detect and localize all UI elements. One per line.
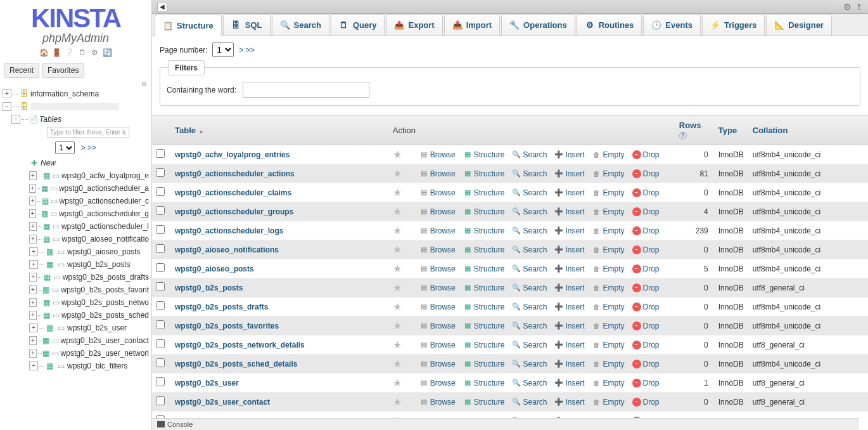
- row-checkbox[interactable]: [156, 396, 165, 405]
- search-action[interactable]: 🔍Search: [512, 398, 547, 407]
- search-action[interactable]: 🔍Search: [512, 150, 547, 159]
- row-checkbox[interactable]: [156, 225, 165, 234]
- table-action-icon[interactable]: ▦: [44, 361, 54, 371]
- tree-new[interactable]: ✚ New: [3, 157, 149, 169]
- recent-button[interactable]: Recent: [4, 63, 39, 78]
- browse-action[interactable]: ▤Browse: [419, 207, 456, 216]
- header-collation[interactable]: Collation: [749, 115, 868, 145]
- favorite-icon[interactable]: ★: [393, 339, 405, 351]
- table-name-link[interactable]: wpstg0_b2s_user: [175, 379, 239, 388]
- row-checkbox[interactable]: [156, 320, 165, 329]
- insert-action[interactable]: ➕Insert: [554, 398, 584, 407]
- search-action[interactable]: 🔍Search: [512, 226, 547, 235]
- favorite-icon[interactable]: ★: [393, 320, 405, 332]
- empty-action[interactable]: 🗑Empty: [592, 341, 625, 349]
- docs-icon[interactable]: ❔: [65, 48, 75, 58]
- empty-action[interactable]: 🗑Empty: [592, 150, 625, 159]
- tree-page-select[interactable]: 1: [55, 141, 75, 154]
- drop-action[interactable]: −Drop: [632, 341, 660, 349]
- sql-icon[interactable]: 🗒: [77, 48, 87, 58]
- search-action[interactable]: 🔍Search: [512, 379, 547, 388]
- drop-action[interactable]: −Drop: [632, 226, 660, 235]
- settings-icon[interactable]: ⚙: [90, 48, 100, 58]
- drop-action[interactable]: −Drop: [632, 245, 660, 254]
- favorites-button[interactable]: Favorites: [42, 63, 84, 78]
- table-name-link[interactable]: wpstg0_b2s_posts_favorites: [175, 322, 279, 330]
- help-icon[interactable]: ?: [679, 132, 687, 140]
- drop-action[interactable]: −Drop: [632, 264, 660, 273]
- insert-action[interactable]: ➕Insert: [554, 150, 584, 159]
- table-action-icon[interactable]: ▦: [44, 323, 54, 333]
- structure-action[interactable]: ▦Structure: [463, 207, 505, 216]
- tree-filter-input[interactable]: [47, 127, 129, 138]
- search-action[interactable]: 🔍Search: [512, 322, 547, 330]
- browse-action[interactable]: ▤Browse: [419, 264, 456, 273]
- favorite-icon[interactable]: ★: [393, 148, 405, 160]
- empty-action[interactable]: 🗑Empty: [592, 379, 625, 388]
- tree-table-item[interactable]: +▦▭wpstg0_actionscheduler_l: [3, 220, 149, 233]
- empty-action[interactable]: 🗑Empty: [592, 283, 625, 292]
- row-checkbox[interactable]: [156, 168, 165, 177]
- row-checkbox[interactable]: [156, 187, 165, 196]
- tree-tables-group[interactable]: − 📄 Tables: [3, 113, 149, 126]
- tree-table-item[interactable]: +▦▭wpstg0_aioseo_posts: [3, 245, 149, 258]
- tree-table-item[interactable]: +▦▭wpstg0_b2s_posts_sched: [3, 309, 149, 322]
- tree-table-item[interactable]: +▦▭wpstg0_actionscheduler_c: [3, 195, 149, 207]
- expand-icon[interactable]: +: [29, 336, 37, 345]
- drop-action[interactable]: −Drop: [632, 379, 660, 388]
- empty-action[interactable]: 🗑Empty: [592, 207, 625, 216]
- search-action[interactable]: 🔍Search: [512, 207, 547, 216]
- browse-action[interactable]: ▤Browse: [419, 169, 456, 178]
- drop-action[interactable]: −Drop: [632, 188, 660, 197]
- favorite-icon[interactable]: ★: [393, 205, 405, 218]
- empty-action[interactable]: 🗑Empty: [592, 226, 625, 235]
- tree-table-item[interactable]: +▦▭wpstg0_acfw_loyalprog_e: [3, 169, 149, 182]
- structure-action[interactable]: ▦Structure: [463, 188, 505, 197]
- browse-action[interactable]: ▤Browse: [419, 341, 456, 349]
- expand-icon[interactable]: +: [29, 197, 36, 205]
- favorite-icon[interactable]: ★: [393, 244, 405, 256]
- tree-table-item[interactable]: +▦▭wpstg0_aioseo_notificatio: [3, 233, 149, 245]
- browse-action[interactable]: ▤Browse: [419, 245, 456, 254]
- search-action[interactable]: 🔍Search: [512, 303, 547, 311]
- insert-action[interactable]: ➕Insert: [554, 226, 584, 235]
- table-action-icon[interactable]: ▦: [42, 297, 51, 308]
- table-action-icon[interactable]: ▦: [44, 259, 54, 270]
- search-action[interactable]: 🔍Search: [512, 264, 547, 273]
- table-action-icon[interactable]: ▦: [42, 221, 51, 231]
- tab-structure[interactable]: 📋Structure: [155, 15, 222, 36]
- table-action-icon[interactable]: ▦: [42, 171, 51, 181]
- table-name-link[interactable]: wpstg0_acfw_loyalprog_entries: [175, 150, 290, 159]
- tree-next-link[interactable]: > >>: [80, 143, 96, 152]
- table-action-icon[interactable]: ▦: [42, 310, 51, 320]
- search-action[interactable]: 🔍Search: [512, 245, 547, 254]
- insert-action[interactable]: ➕Insert: [554, 283, 584, 292]
- favorite-icon[interactable]: ★: [393, 186, 405, 199]
- insert-action[interactable]: ➕Insert: [554, 245, 584, 254]
- drop-action[interactable]: −Drop: [632, 283, 660, 292]
- tree-table-item[interactable]: +▦▭wpstg0_b2s_posts_favorit: [3, 283, 149, 296]
- empty-action[interactable]: 🗑Empty: [592, 245, 625, 254]
- header-type[interactable]: Type: [715, 115, 749, 145]
- drop-action[interactable]: −Drop: [632, 360, 660, 368]
- tree-table-item[interactable]: +▦▭wpstg0_b2s_user_contact: [3, 334, 149, 347]
- logout-icon[interactable]: 🚪: [52, 48, 62, 58]
- structure-action[interactable]: ▦Structure: [463, 379, 505, 388]
- search-action[interactable]: 🔍Search: [512, 188, 547, 197]
- favorite-icon[interactable]: ★: [393, 396, 405, 408]
- tree-table-item[interactable]: +▦▭wpstg0_actionscheduler_a: [3, 182, 149, 195]
- favorite-icon[interactable]: ★: [393, 282, 405, 294]
- structure-action[interactable]: ▦Structure: [463, 322, 505, 330]
- tree-table-item[interactable]: +▦▭wpstg0_blc_filters: [3, 360, 149, 372]
- favorite-icon[interactable]: ★: [393, 358, 405, 370]
- table-name-link[interactable]: wpstg0_b2s_posts_sched_details: [175, 360, 297, 368]
- empty-action[interactable]: 🗑Empty: [592, 322, 625, 330]
- drop-action[interactable]: −Drop: [632, 322, 660, 330]
- tab-sql[interactable]: 🗄SQL: [223, 14, 271, 36]
- tab-query[interactable]: 🗒Query: [331, 14, 385, 36]
- table-name-link[interactable]: wpstg0_aioseo_notifications: [175, 245, 279, 254]
- tree-db-current[interactable]: − 🗄: [3, 100, 149, 113]
- expand-icon[interactable]: +: [29, 260, 38, 269]
- tab-events[interactable]: 🕒Events: [643, 14, 701, 36]
- expand-icon[interactable]: +: [29, 362, 38, 370]
